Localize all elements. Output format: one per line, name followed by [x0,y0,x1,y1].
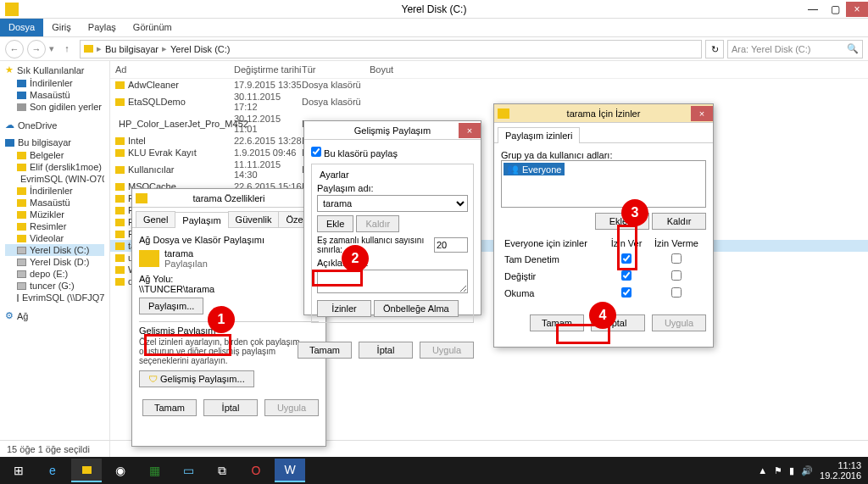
column-headers[interactable]: Ad Değiştirme tarihi Tür Boyut [110,61,868,79]
nav-item[interactable]: Belgeler [5,149,104,161]
tray-flag-icon[interactable]: ⚑ [774,465,782,476]
share-name: tarama [164,248,208,259]
perm-header: Everyone için izinler [503,236,604,250]
file-row[interactable]: HP_Color_LaserJet_Pro_M45230.12.2015 11:… [110,113,868,135]
tab-sharing[interactable]: Paylaşım [175,212,228,228]
nav-item[interactable]: EvrimSQL (WIN-O70 [5,173,104,185]
nav-onedrive[interactable]: ☁OneDrive [5,120,104,131]
allow-fullcontrol[interactable] [621,253,632,264]
folder-icon [115,231,125,238]
advanced-sharing-button[interactable]: 🛡 Gelişmiş Paylaşım... [139,370,254,387]
nav-item[interactable]: Resimler [5,220,104,232]
system-tray[interactable]: ▲ ⚑ ▮ 🔊 11:13 19.2.2016 [758,460,865,481]
nav-favorites-header[interactable]: ★Sık Kullanılanlar [5,64,104,75]
nav-item-drive-c[interactable]: Yerel Disk (C:) [5,244,104,256]
ribbon-tab-home[interactable]: Giriş [43,19,80,36]
apply-button[interactable]: Uygula [420,342,474,359]
caching-button[interactable]: Önbelleğe Alma [374,300,459,317]
address-bar[interactable]: ▸ Bu bilgisayar ▸ Yerel Disk (C:) [80,40,702,58]
cancel-button[interactable]: İptal [203,399,258,416]
recent-dropdown[interactable]: ▾ [49,43,54,54]
deny-fullcontrol[interactable] [671,253,682,264]
nav-item[interactable]: Müzikler [5,209,104,220]
taskbar-chrome[interactable]: ◉ [105,459,136,482]
tab-general[interactable]: Genel [136,211,175,227]
taskbar-word[interactable]: W [275,459,305,482]
up-button[interactable]: ↑ [58,40,76,58]
limit-spinner[interactable] [434,237,468,253]
breadcrumb[interactable]: Yerel Disk (C:) [170,44,231,54]
dialog-titlebar: tarama İçin İzinler × [494,104,713,123]
maximize-button[interactable]: ▢ [824,2,846,17]
file-row[interactable]: Intel22.6.2015 13:28Dosya klasörü [110,135,868,147]
start-button[interactable]: ⊞ [3,459,34,482]
ribbon-tab-view[interactable]: Görünüm [125,19,181,36]
taskbar-ie[interactable]: e [37,459,68,482]
taskbar-explorer[interactable] [71,459,102,482]
group-users-label: Grup ya da kullanıcı adları: [501,150,706,160]
nav-network-header[interactable]: ⚙Ağ [5,310,104,321]
apply-button[interactable]: Uygula [652,314,706,331]
taskbar-excel[interactable]: ▦ [139,459,170,482]
search-input[interactable]: Ara: Yerel Disk (C:) 🔍 [727,40,863,58]
nav-item[interactable]: EvrimSQL (\\DFJQ70 [5,292,104,303]
comments-input[interactable] [317,270,468,293]
share-name-select[interactable]: tarama [317,195,468,212]
user-list[interactable]: 👥Everyone [501,160,706,208]
remove-user-button[interactable]: Kaldır [652,213,706,230]
ribbon-file[interactable]: Dosya [0,19,43,36]
breadcrumb[interactable]: Bu bilgisayar [105,44,159,54]
add-button[interactable]: Ekle [317,215,353,232]
ok-button[interactable]: Tamam [298,342,352,359]
file-row[interactable]: KLU Evrak Kayıt1.9.2015 09:46Dosya klasö… [110,147,868,159]
nav-item[interactable]: İndirilenler [5,185,104,197]
ribbon-tab-share[interactable]: Paylaş [80,19,125,36]
ok-button[interactable]: Tamam [530,314,584,331]
back-button[interactable]: ← [5,40,24,58]
ok-button[interactable]: Tamam [142,399,197,416]
nav-thispc-header[interactable]: Bu bilgisayar [5,137,104,147]
taskbar-clock[interactable]: 11:13 19.2.2016 [820,460,861,481]
nav-item[interactable]: Masaüstü [5,197,104,209]
allow-read[interactable] [621,287,632,298]
permissions-button[interactable]: İzinler [317,300,371,317]
deny-change[interactable] [671,270,682,281]
file-row[interactable]: EtaSQLDemo30.11.2015 17:12Dosya klasörü [110,91,868,113]
allow-header: İzin Ver [606,236,647,250]
close-button[interactable]: × [846,2,868,17]
file-row[interactable]: Kullanıcılar11.11.2015 14:30Dosya klasör… [110,159,868,181]
close-button[interactable]: × [459,123,481,138]
tray-network-icon[interactable]: ▮ [789,465,794,476]
remove-button[interactable]: Kaldır [356,215,399,232]
share-state: Paylaşılan [164,259,208,269]
tab-security[interactable]: Güvenlik [228,211,280,227]
tab-share-permissions[interactable]: Paylaşım izinleri [498,127,580,143]
refresh-button[interactable]: ↻ [705,40,724,58]
nav-item[interactable]: tuncer (G:) [5,280,104,292]
nav-item[interactable]: Masaüstü [5,89,104,101]
folder-icon [115,166,125,174]
taskbar-opera[interactable]: O [241,459,271,482]
deny-read[interactable] [671,287,682,298]
share-name-label: Paylaşım adı: [317,183,468,193]
apply-button[interactable]: Uygula [264,399,319,416]
nav-item[interactable]: İndirilenler [5,77,104,89]
share-button[interactable]: Paylaşım... [139,298,203,314]
forward-button[interactable]: → [27,40,46,58]
tray-volume-icon[interactable]: 🔊 [801,465,813,476]
user-everyone[interactable]: 👥Everyone [504,163,565,175]
taskbar-app[interactable]: ⧉ [207,459,237,482]
nav-item[interactable]: depo (E:) [5,268,104,280]
cancel-button[interactable]: İptal [359,342,413,359]
nav-item[interactable]: Elif (derslik1moe) [5,161,104,173]
allow-change[interactable] [621,270,632,281]
taskbar-app[interactable]: ▭ [173,459,203,482]
nav-item[interactable]: Son gidilen yerler [5,101,104,113]
file-row[interactable]: AdwCleaner17.9.2015 13:35Dosya klasörü [110,79,868,91]
tray-up-icon[interactable]: ▲ [758,465,767,476]
close-button[interactable]: × [691,106,713,121]
minimize-button[interactable]: — [802,2,824,17]
share-folder-checkbox[interactable]: Bu klasörü paylaş [311,148,398,159]
nav-item[interactable]: Videolar [5,232,104,244]
nav-item[interactable]: Yerel Disk (D:) [5,256,104,268]
